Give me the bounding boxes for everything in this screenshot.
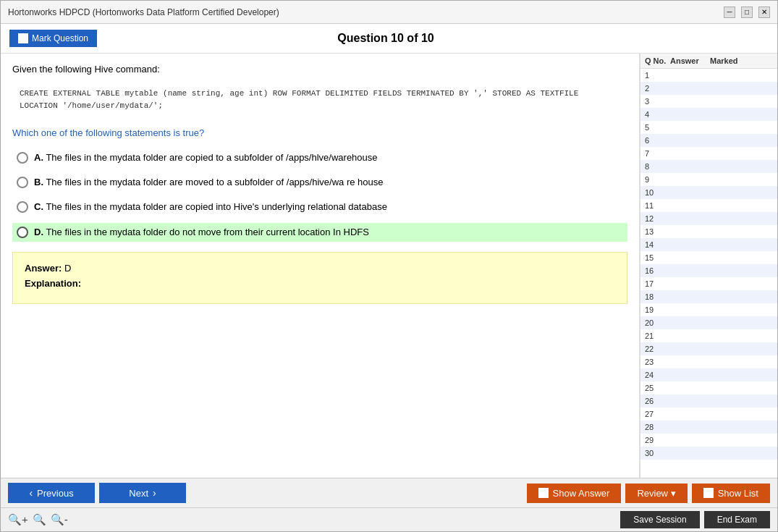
question-row[interactable]: 27 xyxy=(640,408,777,421)
option-text-c: C. The files in the mydata folder are co… xyxy=(34,200,387,214)
zoom-controls: 🔍+ 🔍 🔍- xyxy=(8,513,68,526)
question-list: 1234567891011121314151617181920212223242… xyxy=(640,69,777,460)
question-row[interactable]: 3 xyxy=(640,95,777,108)
q-number: 25 xyxy=(645,384,670,392)
review-dropdown-icon: ▾ xyxy=(671,488,676,499)
q-number: 5 xyxy=(645,123,670,132)
question-row[interactable]: 24 xyxy=(640,368,777,381)
show-list-button[interactable]: ✓ Show List xyxy=(692,484,770,503)
option-b[interactable]: B. The files in the mydata folder are mo… xyxy=(12,173,627,192)
q-number: 12 xyxy=(645,214,670,223)
option-d[interactable]: D. The files in the mydata folder do not… xyxy=(12,223,627,242)
q-number: 14 xyxy=(645,240,670,249)
question-row[interactable]: 10 xyxy=(640,186,777,199)
question-row[interactable]: 12 xyxy=(640,212,777,225)
q-number: 10 xyxy=(645,188,670,197)
answer-line: Answer: D xyxy=(25,263,615,274)
q-number: 19 xyxy=(645,305,670,314)
q-number: 20 xyxy=(645,318,670,327)
question-row[interactable]: 11 xyxy=(640,199,777,212)
q-number: 24 xyxy=(645,371,670,379)
question-row[interactable]: 18 xyxy=(640,290,777,303)
q-number: 13 xyxy=(645,227,670,236)
q-number: 11 xyxy=(645,201,670,210)
q-number: 29 xyxy=(645,436,670,444)
right-panel: Q No. Answer Marked 12345678910111213141… xyxy=(640,54,777,478)
radio-b[interactable] xyxy=(17,177,28,188)
q-number: 21 xyxy=(645,332,670,340)
code-block: CREATE EXTERNAL TABLE mytable (name stri… xyxy=(12,82,627,117)
question-row[interactable]: 26 xyxy=(640,394,777,408)
content-area: Given the following Hive command: CREATE… xyxy=(1,54,777,478)
question-text: Which one of the following statements is… xyxy=(12,127,627,138)
question-row[interactable]: 25 xyxy=(640,381,777,394)
main-content: Mark Question Question 10 of 10 Given th… xyxy=(1,24,777,531)
question-row[interactable]: 5 xyxy=(640,121,777,134)
marked-header: Marked xyxy=(710,56,773,65)
zoom-in-button[interactable]: 🔍+ xyxy=(8,513,28,526)
close-button[interactable]: ✕ xyxy=(758,7,770,18)
question-row[interactable]: 15 xyxy=(640,251,777,264)
question-row[interactable]: 1 xyxy=(640,69,777,82)
qno-header: Q No. xyxy=(645,56,670,65)
answer-header: Answer xyxy=(670,56,710,65)
question-row[interactable]: 13 xyxy=(640,225,777,238)
q-number: 3 xyxy=(645,97,670,106)
q-number: 8 xyxy=(645,162,670,171)
q-number: 1 xyxy=(645,71,670,80)
next-button[interactable]: Next › xyxy=(99,483,186,503)
zoom-reset-button[interactable]: 🔍 xyxy=(33,513,46,526)
zoom-out-button[interactable]: 🔍- xyxy=(51,513,68,526)
option-text-d: D. The files in the mydata folder do not… xyxy=(34,226,369,239)
radio-a[interactable] xyxy=(17,152,28,164)
bottom-bar: ‹ Previous Next › Show Answer Review ▾ ✓… xyxy=(1,478,777,507)
titlebar: Hortonworks HDPCD (Hortonworks Data Plat… xyxy=(1,1,777,24)
save-session-button[interactable]: Save Session xyxy=(620,511,699,528)
option-a[interactable]: A. The files in the mydata folder are co… xyxy=(12,148,627,167)
q-number: 28 xyxy=(645,423,670,431)
question-row[interactable]: 20 xyxy=(640,316,777,329)
checklist-icon: ✓ xyxy=(703,488,714,498)
q-number: 7 xyxy=(645,149,670,158)
question-row[interactable]: 29 xyxy=(640,434,777,447)
q-number: 9 xyxy=(645,175,670,184)
question-row[interactable]: 23 xyxy=(640,355,777,368)
explanation-line: Explanation: xyxy=(25,278,615,289)
previous-button[interactable]: ‹ Previous xyxy=(8,483,95,503)
window-title: Hortonworks HDPCD (Hortonworks Data Plat… xyxy=(8,7,279,17)
question-row[interactable]: 16 xyxy=(640,264,777,277)
radio-d[interactable] xyxy=(17,227,28,238)
mark-question-button[interactable]: Mark Question xyxy=(9,30,97,47)
question-row[interactable]: 9 xyxy=(640,173,777,186)
titlebar-controls: ─ □ ✕ xyxy=(724,7,770,18)
right-panel-header: Q No. Answer Marked xyxy=(640,54,777,69)
q-number: 2 xyxy=(645,84,670,93)
question-row[interactable]: 17 xyxy=(640,277,777,290)
question-row[interactable]: 22 xyxy=(640,342,777,355)
question-row[interactable]: 28 xyxy=(640,421,777,434)
question-row[interactable]: 19 xyxy=(640,303,777,316)
question-row[interactable]: 21 xyxy=(640,329,777,342)
end-exam-button[interactable]: End Exam xyxy=(704,511,770,528)
q-number: 27 xyxy=(645,410,670,418)
review-button[interactable]: Review ▾ xyxy=(625,484,687,503)
bookmark-icon xyxy=(18,33,28,43)
option-c[interactable]: C. The files in the mydata folder are co… xyxy=(12,198,627,216)
question-row[interactable]: 7 xyxy=(640,147,777,160)
checkbox-icon xyxy=(538,488,549,498)
question-row[interactable]: 30 xyxy=(640,447,777,460)
question-row[interactable]: 14 xyxy=(640,238,777,251)
toolbar: Mark Question Question 10 of 10 xyxy=(1,24,777,54)
question-row[interactable]: 6 xyxy=(640,134,777,147)
radio-c[interactable] xyxy=(17,201,28,213)
question-row[interactable]: 4 xyxy=(640,108,777,121)
q-number: 30 xyxy=(645,449,670,457)
maximize-button[interactable]: □ xyxy=(741,7,753,18)
question-row[interactable]: 2 xyxy=(640,82,777,95)
minimize-button[interactable]: ─ xyxy=(724,7,735,18)
question-row[interactable]: 8 xyxy=(640,160,777,173)
options-container: A. The files in the mydata folder are co… xyxy=(12,148,627,242)
q-number: 23 xyxy=(645,358,670,366)
right-arrow-icon: › xyxy=(153,487,156,499)
show-answer-button[interactable]: Show Answer xyxy=(527,484,622,503)
